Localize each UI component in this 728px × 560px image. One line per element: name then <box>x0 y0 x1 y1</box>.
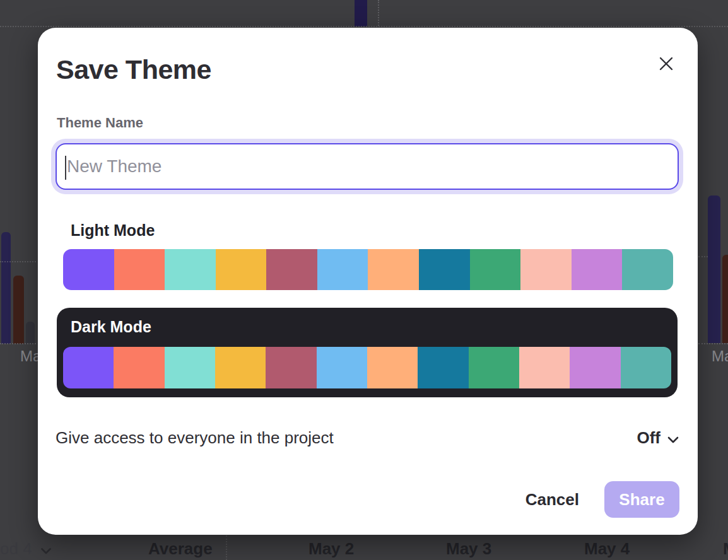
dialog-actions: Cancel Share <box>38 481 679 518</box>
palette-swatch <box>317 347 367 388</box>
period-dropdown[interactable]: od 4 <box>0 539 51 559</box>
palette-swatch <box>520 249 572 290</box>
background-chart-bar <box>708 195 720 343</box>
palette-swatch <box>63 347 114 388</box>
theme-name-field-wrapper <box>56 143 679 190</box>
palette-swatch <box>418 347 468 388</box>
column-header-partial: M <box>723 539 728 559</box>
background-chart-bar <box>26 322 35 344</box>
access-label: Give access to everyone in the project <box>56 428 334 448</box>
palette-swatch <box>114 249 165 290</box>
background-chart-bar <box>13 276 24 344</box>
column-header-may4: May 4 <box>584 539 630 559</box>
grid-line-vertical <box>226 535 227 560</box>
palette-swatch <box>470 249 521 290</box>
palette-swatch <box>266 249 317 290</box>
share-button[interactable]: Share <box>604 481 679 518</box>
palette-swatch <box>469 347 519 388</box>
column-header-may3: May 3 <box>446 539 491 559</box>
dark-mode-label: Dark Mode <box>71 318 671 336</box>
chevron-down-icon <box>667 428 679 448</box>
palette-swatch <box>622 249 673 290</box>
palette-swatch <box>621 347 671 388</box>
palette-swatch <box>572 249 623 290</box>
palette-swatch <box>570 347 620 388</box>
palette-swatch <box>165 249 216 290</box>
palette-swatch <box>216 249 267 290</box>
close-icon <box>658 55 674 74</box>
period-dropdown-label: od 4 <box>0 539 32 559</box>
palette-swatch <box>63 249 114 290</box>
palette-swatch <box>317 249 368 290</box>
access-dropdown-value: Off <box>637 428 660 448</box>
column-header-average: Average <box>148 539 213 559</box>
background-chart-bar <box>1 232 11 344</box>
save-theme-dialog: Save Theme Theme Name Light Mode Dark Mo… <box>38 28 698 535</box>
dialog-title: Save Theme <box>56 54 698 85</box>
cancel-button[interactable]: Cancel <box>525 490 579 510</box>
axis-line <box>0 343 36 344</box>
grid-line-horizontal <box>0 26 728 27</box>
chevron-down-icon <box>41 539 51 559</box>
theme-name-input[interactable] <box>57 144 678 189</box>
light-mode-palette <box>63 249 673 290</box>
palette-swatch <box>114 347 164 388</box>
close-button[interactable] <box>656 54 676 74</box>
palette-swatch <box>419 249 470 290</box>
axis-line <box>698 343 728 344</box>
grid-line-vertical <box>378 0 379 26</box>
palette-swatch <box>165 347 215 388</box>
background-chart-bar <box>355 0 367 26</box>
grid-line-horizontal <box>698 256 708 257</box>
access-dropdown[interactable]: Off <box>637 428 679 448</box>
grid-line-horizontal <box>0 261 36 262</box>
text-cursor <box>65 156 66 180</box>
column-header-may2: May 2 <box>308 539 354 559</box>
background-chart-bar <box>722 255 728 343</box>
palette-swatch <box>215 347 266 388</box>
palette-swatch <box>519 347 570 388</box>
palette-swatch <box>266 347 316 388</box>
dark-mode-card: Dark Mode <box>57 308 678 397</box>
theme-name-label: Theme Name <box>57 115 698 131</box>
access-row: Give access to everyone in the project O… <box>56 428 679 448</box>
axis-tick-label: Ma <box>712 347 728 365</box>
palette-swatch <box>368 249 419 290</box>
light-mode-label: Light Mode <box>71 221 698 240</box>
dark-mode-palette <box>63 347 671 388</box>
palette-swatch <box>367 347 418 388</box>
